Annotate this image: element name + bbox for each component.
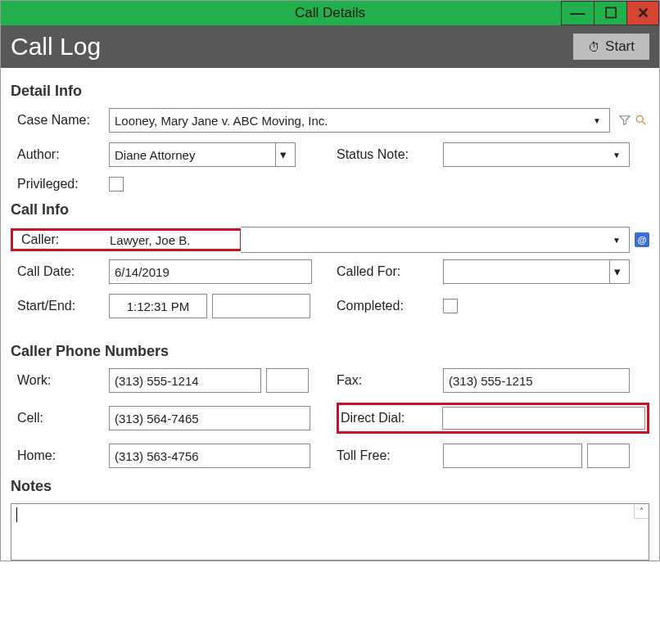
minimize-icon: — — [571, 5, 585, 22]
chevron-down-icon: ▾ — [609, 260, 624, 283]
label-case-name: Case Name: — [11, 113, 109, 128]
row-privileged: Privileged: — [11, 177, 649, 191]
section-call-info: Call Info — [11, 201, 649, 218]
label-work: Work: — [11, 373, 109, 388]
row-case-name: Case Name: Looney, Mary Jane v. ABC Movi… — [11, 108, 649, 133]
start-label: Start — [605, 38, 635, 55]
highlight-caller: Caller: Lawyer, Joe B. — [11, 228, 242, 251]
row-caller: Caller: Lawyer, Joe B. ▼ @ — [11, 227, 649, 253]
svg-point-0 — [636, 115, 643, 122]
completed-checkbox[interactable] — [443, 299, 458, 313]
work-ext-input[interactable] — [266, 368, 309, 393]
label-status-note: Status Note: — [337, 147, 443, 162]
author-value: Diane Attorney — [115, 148, 195, 162]
toll-free-input[interactable] — [443, 444, 582, 468]
case-name-value: Looney, Mary Jane v. ABC Moving, Inc. — [115, 114, 328, 128]
toll-free-ext-input[interactable] — [587, 444, 630, 468]
start-button[interactable]: ⏱ Start — [573, 34, 649, 60]
filter-icon[interactable] — [617, 112, 633, 128]
close-button[interactable]: ✕ — [626, 1, 659, 25]
label-direct-dial: Direct Dial: — [341, 411, 442, 426]
svg-line-1 — [643, 122, 646, 125]
start-time-input[interactable] — [109, 294, 207, 318]
label-cell: Cell: — [11, 411, 109, 426]
end-time-input[interactable] — [212, 294, 310, 318]
chevron-down-icon: ▼ — [609, 236, 624, 245]
stopwatch-icon: ⏱ — [588, 40, 600, 54]
label-privileged: Privileged: — [11, 177, 109, 191]
label-fax: Fax: — [337, 373, 443, 388]
row-cell-directdial: Cell: Direct Dial: — [11, 403, 649, 434]
search-icon[interactable] — [633, 112, 649, 128]
label-called-for: Called For: — [337, 264, 443, 279]
called-for-select[interactable]: ▾ — [443, 259, 630, 284]
maximize-icon: ☐ — [604, 4, 617, 22]
privileged-checkbox[interactable] — [109, 177, 124, 191]
chevron-up-icon: ˄ — [640, 507, 644, 516]
author-select[interactable]: Diane Attorney ▾ — [109, 142, 296, 167]
label-call-date: Call Date: — [11, 264, 109, 279]
row-startend-completed: Start/End: Completed: — [11, 294, 649, 318]
cell-phone-input[interactable] — [109, 406, 310, 430]
minimize-button[interactable]: — — [561, 1, 594, 25]
at-icon[interactable]: @ — [635, 232, 649, 247]
section-notes: Notes — [11, 478, 649, 495]
header-bar: Call Log ⏱ Start — [1, 25, 659, 68]
row-author-status: Author: Diane Attorney ▾ Status Note: ▼ — [11, 142, 649, 167]
chevron-down-icon: ▼ — [590, 116, 604, 125]
section-detail-info: Detail Info — [11, 83, 649, 100]
row-work-fax: Work: Fax: — [11, 368, 649, 393]
titlebar: Call Details — ☐ ✕ — [1, 1, 659, 25]
label-author: Author: — [11, 147, 109, 162]
label-completed: Completed: — [337, 299, 443, 313]
notes-textarea[interactable]: ˄ — [11, 503, 649, 561]
caller-select[interactable]: ▼ — [241, 227, 630, 253]
case-name-select[interactable]: Looney, Mary Jane v. ABC Moving, Inc. ▼ — [109, 108, 610, 133]
text-cursor — [16, 507, 17, 522]
label-caller: Caller: — [15, 232, 106, 247]
status-note-select[interactable]: ▼ — [443, 142, 630, 167]
fax-input[interactable] — [443, 368, 630, 393]
page-title: Call Log — [11, 33, 101, 61]
window-title: Call Details — [295, 5, 365, 21]
work-phone-input[interactable] — [109, 368, 261, 393]
highlight-direct-dial: Direct Dial: — [337, 403, 649, 434]
scroll-up-button[interactable]: ˄ — [634, 504, 649, 519]
section-caller-phone: Caller Phone Numbers — [11, 343, 649, 360]
window: Call Details — ☐ ✕ Call Log ⏱ Start Deta… — [0, 0, 660, 561]
label-start-end: Start/End: — [11, 299, 109, 313]
label-toll-free: Toll Free: — [337, 448, 443, 463]
label-home: Home: — [11, 448, 109, 463]
caller-value-preview: Lawyer, Joe B. — [106, 233, 190, 247]
chevron-down-icon: ▾ — [275, 143, 290, 166]
window-controls: — ☐ ✕ — [561, 1, 659, 25]
home-phone-input[interactable] — [109, 444, 310, 468]
chevron-down-icon: ▼ — [609, 151, 624, 160]
row-home-tollfree: Home: Toll Free: — [11, 444, 649, 468]
form-body: Detail Info Case Name: Looney, Mary Jane… — [1, 68, 659, 561]
maximize-button[interactable]: ☐ — [594, 1, 626, 25]
close-icon: ✕ — [637, 4, 649, 22]
call-date-input[interactable] — [109, 259, 312, 284]
direct-dial-input[interactable] — [442, 407, 645, 430]
row-calldate-calledfor: Call Date: Called For: ▾ — [11, 259, 649, 284]
